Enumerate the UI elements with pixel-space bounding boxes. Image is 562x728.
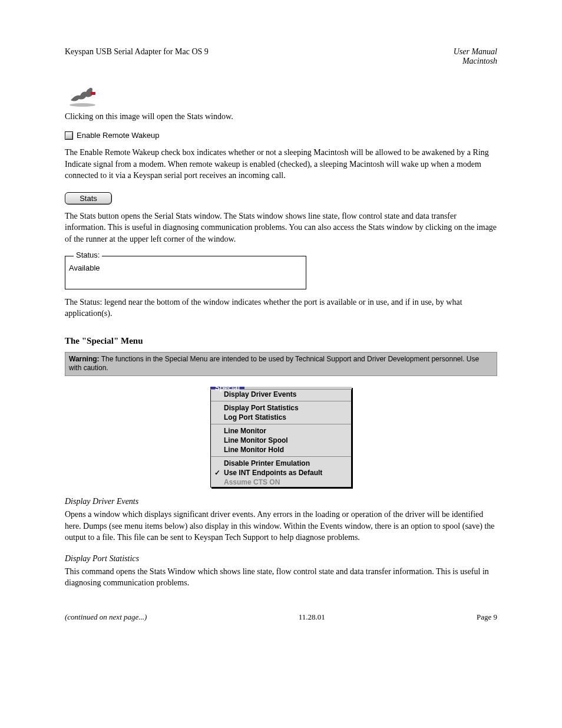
checkbox-label: Enable Remote Wakeup: [77, 131, 159, 140]
menu-item-line-monitor-hold[interactable]: Line Monitor Hold: [211, 445, 351, 454]
page-header: Keyspan USB Serial Adapter for Mac OS 9 …: [65, 47, 497, 66]
menu-item-assume-cts-on: Assume CTS ON: [211, 477, 351, 487]
menu-separator: [211, 456, 351, 457]
status-value: Available: [69, 263, 100, 272]
footer-right: Page 9: [477, 612, 497, 622]
stats-button-paragraph: The Stats button opens the Serial Stats …: [65, 210, 497, 245]
status-legend-paragraph: The Status: legend near the bottom of th…: [65, 297, 497, 319]
stats-button[interactable]: Stats: [65, 192, 112, 205]
menu-item-display-driver-events[interactable]: Display Driver Events: [211, 390, 351, 399]
header-left: Keyspan USB Serial Adapter for Mac OS 9: [65, 47, 209, 57]
display-port-statistics-heading: Display Port Statistics: [65, 554, 497, 564]
runner-caption: Clicking on this image will open the Sta…: [65, 112, 497, 121]
warning-text: The functions in the Special Menu are in…: [69, 355, 479, 373]
footer-center: 11.28.01: [299, 612, 325, 622]
svg-point-0: [70, 103, 95, 107]
special-menu-heading: The "Special" Menu: [65, 336, 497, 346]
svg-rect-2: [91, 92, 95, 95]
status-box: Status: Available: [65, 256, 306, 289]
special-menu-title[interactable]: Special: [210, 387, 244, 389]
page-footer: (continued on next page...) 11.28.01 Pag…: [65, 612, 497, 622]
warning-banner: Warning: The functions in the Special Me…: [65, 352, 497, 376]
svg-point-1: [89, 88, 92, 91]
remote-wakeup-paragraph: The Enable Remote Wakeup check box indic…: [65, 147, 497, 182]
warning-label: Warning:: [69, 355, 100, 363]
display-port-statistics-paragraph: This command opens the Stats Window whic…: [65, 566, 497, 589]
display-driver-events-paragraph: Opens a window which displays significan…: [65, 509, 497, 543]
menu-separator: [211, 424, 351, 424]
special-menu: Special Display Driver EventsDisplay Por…: [210, 387, 352, 487]
header-right-2: Macintosh: [454, 57, 497, 66]
menu-item-display-port-statistics[interactable]: Display Port Statistics: [211, 403, 351, 413]
menu-item-line-monitor[interactable]: Line Monitor: [211, 426, 351, 436]
menu-item-line-monitor-spool[interactable]: Line Monitor Spool: [211, 436, 351, 445]
menu-item-use-int-endpoints-as-default[interactable]: Use INT Endpoints as Default: [211, 468, 351, 477]
display-driver-events-heading: Display Driver Events: [65, 497, 497, 506]
enable-remote-wakeup-checkbox[interactable]: Enable Remote Wakeup: [65, 131, 497, 140]
footer-left: (continued on next page...): [65, 612, 147, 622]
menu-separator: [211, 401, 351, 401]
status-legend: Status:: [74, 251, 102, 259]
running-man-icon[interactable]: [65, 84, 100, 107]
header-right-1: User Manual: [454, 47, 497, 57]
checkbox-box-icon: [65, 131, 73, 140]
menu-item-disable-printer-emulation[interactable]: Disable Printer Emulation: [211, 459, 351, 468]
menu-item-log-port-statistics[interactable]: Log Port Statistics: [211, 413, 351, 422]
